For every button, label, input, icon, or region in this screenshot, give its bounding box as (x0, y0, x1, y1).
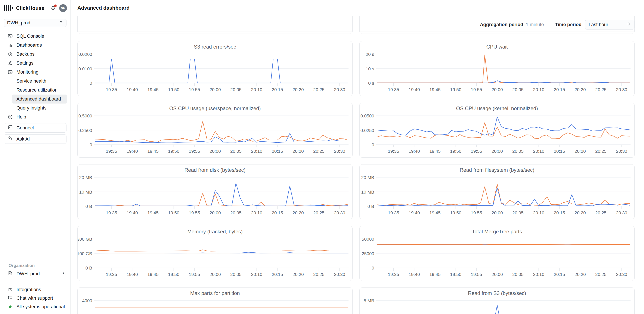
svg-text:19:50: 19:50 (450, 149, 462, 154)
svg-text:20:20: 20:20 (574, 272, 586, 277)
sidebar-item-service-health[interactable]: Service health (12, 76, 67, 86)
avatar[interactable]: SH (59, 4, 67, 12)
chat-bubble-icon (8, 295, 13, 302)
sql-console-icon (8, 33, 13, 39)
sidebar-item-settings[interactable]: Settings (0, 58, 70, 68)
svg-text:0 s: 0 s (368, 81, 374, 86)
settings-sliders-icon (8, 60, 13, 66)
svg-text:0.0500: 0.0500 (360, 113, 374, 118)
clickhouse-logo: ClickHouse (4, 5, 44, 11)
svg-text:19:45: 19:45 (147, 149, 159, 154)
connect-icon (8, 124, 13, 131)
svg-text:20:20: 20:20 (574, 210, 586, 215)
svg-text:20:20: 20:20 (292, 272, 304, 277)
svg-text:19:55: 19:55 (471, 272, 482, 277)
svg-text:19:40: 19:40 (408, 87, 420, 92)
svg-text:0 B: 0 B (85, 204, 92, 209)
svg-text:19:35: 19:35 (106, 149, 117, 154)
sidebar-item-resource-utilization[interactable]: Resource utilization (12, 86, 67, 94)
svg-text:19:45: 19:45 (429, 210, 441, 215)
sidebar-item-monitoring[interactable]: Monitoring (0, 68, 70, 76)
notification-dot (54, 4, 57, 7)
sidebar-item-integrations[interactable]: Integrations (0, 285, 70, 294)
chart-max-parts-for-partition: 40002000019:3519:4019:4519:5019:5520:002… (78, 288, 352, 314)
svg-text:20:30: 20:30 (616, 210, 627, 215)
svg-text:20:30: 20:30 (616, 272, 627, 277)
chevron-updown-icon (626, 22, 631, 28)
sidebar-item-sql-console[interactable]: SQL Console (0, 32, 70, 41)
ask-ai-label: Ask AI (16, 136, 30, 142)
sidebar-item-label: Advanced dashboard (16, 96, 61, 102)
svg-text:19:45: 19:45 (429, 149, 441, 154)
time-period-select[interactable]: Last hour (585, 20, 634, 30)
svg-text:20:30: 20:30 (334, 149, 345, 154)
svg-text:19:50: 19:50 (450, 210, 462, 215)
sidebar-item-dashboards[interactable]: Dashboards (0, 41, 70, 50)
svg-text:19:50: 19:50 (450, 87, 462, 92)
system-status[interactable]: All systems operational (0, 302, 70, 311)
svg-text:20:25: 20:25 (595, 210, 606, 215)
sidebar-item-advanced-dashboard[interactable]: Advanced dashboard (12, 94, 67, 104)
svg-text:20:15: 20:15 (554, 149, 565, 154)
svg-text:20:10: 20:10 (533, 87, 544, 92)
svg-text:19:40: 19:40 (126, 272, 138, 277)
service-selector[interactable]: DWH_prod (4, 19, 66, 27)
organization-switcher[interactable]: DWH_prod (0, 269, 70, 278)
chart-cpu-wait: 20 s10 s0 s19:3519:4019:4519:5019:5520:0… (360, 41, 634, 96)
sidebar-item-chat-support[interactable]: Chat with support (0, 294, 70, 302)
svg-text:0: 0 (90, 81, 92, 86)
main-area: Advanced dashboard Aggregation period 1 … (70, 0, 644, 314)
chart-card-clipped (78, 16, 352, 34)
svg-text:20:10: 20:10 (533, 149, 544, 154)
svg-text:20:05: 20:05 (512, 149, 524, 154)
sidebar-item-label: Dashboards (16, 42, 42, 48)
svg-text:19:45: 19:45 (147, 87, 159, 92)
svg-text:0 B: 0 B (367, 204, 374, 209)
connect-button[interactable]: Connect (4, 123, 66, 132)
svg-text:20:25: 20:25 (595, 272, 606, 277)
svg-text:19:40: 19:40 (126, 87, 138, 92)
backups-icon (8, 51, 13, 57)
svg-text:20:15: 20:15 (554, 87, 565, 92)
svg-text:20:10: 20:10 (251, 272, 262, 277)
svg-text:20:00: 20:00 (492, 210, 503, 215)
svg-text:20:30: 20:30 (616, 87, 627, 92)
svg-text:19:35: 19:35 (388, 272, 399, 277)
svg-text:19:55: 19:55 (471, 149, 482, 154)
notifications-button[interactable] (50, 5, 56, 11)
svg-text:Read from disk (bytes/sec): Read from disk (bytes/sec) (184, 167, 246, 173)
svg-text:10 s: 10 s (366, 66, 374, 71)
dashboard-content: Aggregation period 1 minute Time period … (70, 16, 644, 314)
svg-text:20:30: 20:30 (334, 87, 345, 92)
sidebar-divider (0, 282, 70, 282)
svg-text:0: 0 (372, 142, 374, 147)
sidebar-item-label: Backups (16, 51, 34, 57)
svg-text:19:55: 19:55 (471, 87, 482, 92)
sidebar-item-help[interactable]: Help (0, 112, 70, 122)
svg-text:OS CPU usage (userspace, norma: OS CPU usage (userspace, normalized) (169, 106, 261, 111)
svg-text:20:10: 20:10 (251, 149, 262, 154)
chart-read-from-filesystem: 20 MB10 MB0 B19:3519:4019:4519:5019:5520… (360, 164, 634, 219)
svg-text:20:15: 20:15 (554, 210, 565, 215)
monitoring-icon (8, 69, 13, 75)
sidebar-item-label: Resource utilization (16, 87, 58, 93)
ask-ai-button[interactable]: Ask AI (4, 134, 66, 144)
svg-text:20:00: 20:00 (492, 87, 503, 92)
svg-text:19:55: 19:55 (471, 210, 482, 215)
svg-text:20:05: 20:05 (512, 210, 524, 215)
sidebar-item-backups[interactable]: Backups (0, 50, 70, 58)
svg-text:OS CPU usage (kernel, normaliz: OS CPU usage (kernel, normalized) (456, 106, 538, 111)
svg-text:20:05: 20:05 (512, 87, 524, 92)
page-title: Advanced dashboard (78, 5, 130, 11)
aggregation-period-value: 1 minute (526, 22, 544, 28)
sidebar-item-query-insights[interactable]: Query insights (12, 104, 67, 112)
svg-text:19:50: 19:50 (168, 210, 180, 215)
puzzle-icon (8, 286, 13, 293)
svg-text:20:30: 20:30 (334, 210, 345, 215)
svg-text:19:40: 19:40 (408, 210, 420, 215)
chart-row-1: 0.02000.0100019:3519:4019:4519:5019:5520… (78, 41, 634, 96)
svg-text:0.0250: 0.0250 (360, 128, 374, 133)
svg-text:20:10: 20:10 (533, 272, 544, 277)
svg-text:19:55: 19:55 (189, 210, 200, 215)
svg-text:CPU wait: CPU wait (486, 44, 508, 50)
